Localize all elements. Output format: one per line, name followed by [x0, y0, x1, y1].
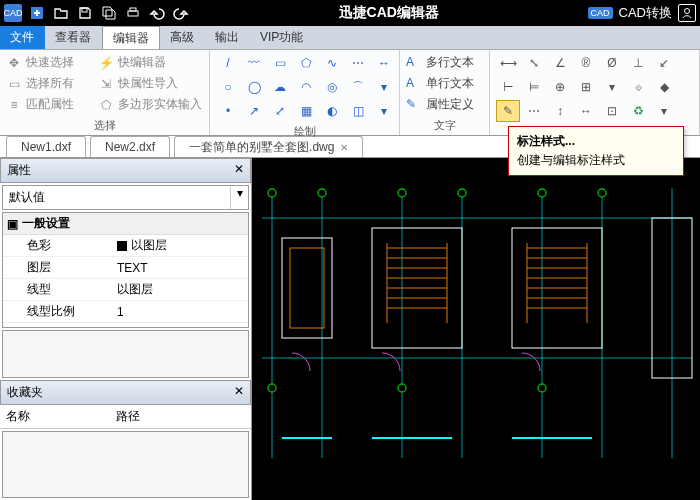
left-panel: 属性✕ 默认值▾ ▣一般设置 色彩以图层 图层TEXT 线型以图层 线型比例1 …	[0, 158, 252, 500]
svg-point-22	[458, 189, 466, 197]
more-icon[interactable]: ⋯	[346, 52, 370, 74]
leader-icon[interactable]: ↙	[652, 52, 676, 74]
baseline-dim-icon[interactable]: ⊨	[522, 76, 546, 98]
new-icon[interactable]	[28, 4, 46, 22]
prop-filter-dropdown[interactable]: 默认值▾	[2, 185, 249, 210]
ord-dim-icon[interactable]: ⊥	[626, 52, 650, 74]
poly-input-button[interactable]: 多边形实体输入	[118, 96, 202, 113]
tol-icon[interactable]: ⊞	[574, 76, 598, 98]
svg-rect-2	[128, 11, 138, 16]
continue-dim-icon[interactable]: ⊢	[496, 76, 520, 98]
panel-close-icon-2[interactable]: ✕	[234, 384, 244, 401]
center-icon[interactable]: ⊕	[548, 76, 572, 98]
multi-text-button[interactable]: 多行文本	[426, 54, 474, 71]
menu-advanced[interactable]: 高级	[160, 26, 205, 49]
tooltip-desc: 创建与编辑标注样式	[517, 152, 675, 169]
prop-layer-key: 图层	[3, 257, 113, 278]
dim-icon[interactable]: ↔	[372, 52, 396, 74]
close-tab-icon[interactable]: ✕	[340, 142, 348, 153]
open-icon[interactable]	[52, 4, 70, 22]
spline-icon[interactable]: ∿	[320, 52, 344, 74]
svg-point-27	[538, 384, 546, 392]
tool-d-icon[interactable]: ↕	[548, 100, 572, 122]
quick-editor-button[interactable]: 快编辑器	[118, 54, 166, 71]
doc-tab-2[interactable]: New2.dxf	[90, 136, 170, 157]
menu-viewer[interactable]: 查看器	[45, 26, 102, 49]
poly-icon[interactable]: ⬠	[294, 52, 318, 74]
menu-editor[interactable]: 编辑器	[102, 26, 160, 49]
quick-import-button[interactable]: 快属性导入	[118, 75, 178, 92]
menu-file[interactable]: 文件	[0, 26, 45, 49]
prop-linetype-value[interactable]: 以图层	[113, 279, 248, 300]
aligned-dim-icon[interactable]: ⤡	[522, 52, 546, 74]
menu-output[interactable]: 输出	[205, 26, 250, 49]
saveall-icon[interactable]	[100, 4, 118, 22]
prop-color-value[interactable]: 以图层	[113, 235, 248, 256]
match-prop-button[interactable]: 匹配属性	[26, 96, 74, 113]
prop-linescale-value[interactable]: 1	[113, 301, 248, 322]
redo-icon[interactable]	[172, 4, 190, 22]
tool-e-icon[interactable]: ↔	[574, 100, 598, 122]
user-icon[interactable]	[678, 4, 696, 22]
svg-rect-18	[290, 248, 324, 328]
radius-dim-icon[interactable]: ®	[574, 52, 598, 74]
doc-tab-3[interactable]: 一套简单的别墅全套图.dwg✕	[174, 136, 363, 157]
polyline-icon[interactable]: 〰	[242, 52, 266, 74]
hatch-icon[interactable]: ▦	[294, 100, 318, 122]
tool-b-icon[interactable]: ◆	[652, 76, 676, 98]
text-group-label: 文字	[406, 116, 483, 133]
panel-close-icon[interactable]: ✕	[234, 162, 244, 179]
cloud-icon[interactable]: ☁	[268, 76, 292, 98]
region-icon[interactable]: ◫	[346, 100, 370, 122]
svg-point-21	[398, 189, 406, 197]
ribbon-group-tool: ⟷ ⤡ ∠ ® Ø ⊥ ↙ ⊢ ⊨ ⊕ ⊞ ▾ ⟐ ◆ ✎ ⋯ ↕ ↔ ⊡ ♻ …	[490, 50, 700, 135]
quick-select-button[interactable]: 快速选择	[26, 54, 74, 71]
more2-icon[interactable]: ▾	[372, 76, 396, 98]
arc-icon[interactable]: ◠	[294, 76, 318, 98]
linear-dim-icon[interactable]: ⟷	[496, 52, 520, 74]
favorites-header: 名称 路径	[0, 405, 251, 429]
svg-point-4	[685, 9, 690, 14]
menu-vip[interactable]: VIP功能	[250, 26, 314, 49]
collapse-icon[interactable]: ▣	[7, 217, 18, 231]
ellipse-icon[interactable]: ◯	[242, 76, 266, 98]
point-icon[interactable]: •	[216, 100, 240, 122]
rect-icon[interactable]: ▭	[268, 52, 292, 74]
angular-dim-icon[interactable]: ∠	[548, 52, 572, 74]
xline-icon[interactable]: ⤢	[268, 100, 292, 122]
more3-icon[interactable]: ▾	[372, 100, 396, 122]
mtext-icon: A	[406, 55, 422, 71]
arc2-icon[interactable]: ⌒	[346, 76, 370, 98]
fav-col-path: 路径	[116, 408, 140, 425]
tool-a-icon[interactable]: ⟐	[626, 76, 650, 98]
gradient-icon[interactable]: ◐	[320, 100, 344, 122]
diameter-dim-icon[interactable]: Ø	[600, 52, 624, 74]
cad-convert-button[interactable]: CAD转换	[619, 4, 672, 22]
single-text-button[interactable]: 单行文本	[426, 75, 474, 92]
dimstyle-tooltip: 标注样式... 创建与编辑标注样式	[508, 126, 684, 176]
tool-h-icon[interactable]: ▾	[652, 100, 676, 122]
tool-c-icon[interactable]: ⋯	[522, 100, 546, 122]
attr-def-button[interactable]: 属性定义	[426, 96, 474, 113]
svg-rect-3	[130, 8, 136, 11]
tool-g-icon[interactable]: ♻	[626, 100, 650, 122]
doc-tab-1[interactable]: New1.dxf	[6, 136, 86, 157]
undo-icon[interactable]	[148, 4, 166, 22]
save-icon[interactable]	[76, 4, 94, 22]
donut-icon[interactable]: ◎	[320, 76, 344, 98]
attrdef-icon: ✎	[406, 97, 422, 113]
line-icon[interactable]: /	[216, 52, 240, 74]
select-all-button[interactable]: 选择所有	[26, 75, 74, 92]
chevron-down-icon: ▾	[230, 186, 248, 209]
drawing-canvas[interactable]	[252, 158, 700, 500]
tool-f-icon[interactable]: ⊡	[600, 100, 624, 122]
circle-icon[interactable]: ○	[216, 76, 240, 98]
ray-icon[interactable]: ↗	[242, 100, 266, 122]
fav-col-name: 名称	[6, 408, 116, 425]
dimstyle-button[interactable]: ✎	[496, 100, 520, 122]
prop-layer-value[interactable]: TEXT	[113, 257, 248, 278]
fav-empty-area	[2, 431, 249, 498]
dim-more-icon[interactable]: ▾	[600, 76, 624, 98]
print-icon[interactable]	[124, 4, 142, 22]
ribbon-group-select: ✥快速选择⚡快编辑器 ▭选择所有⇲快属性导入 ≡匹配属性⬠多边形实体输入 选择	[0, 50, 210, 135]
